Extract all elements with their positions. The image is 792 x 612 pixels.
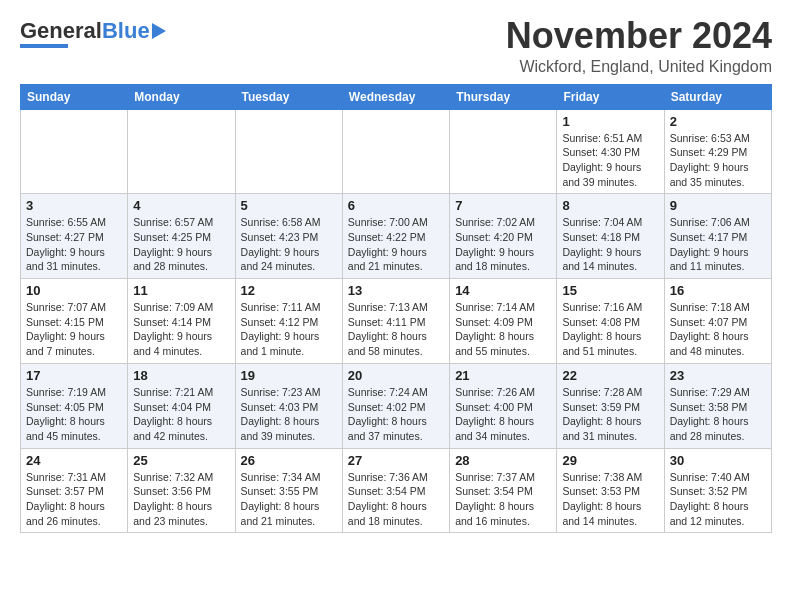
day-info: Sunrise: 6:55 AMSunset: 4:27 PMDaylight:… bbox=[26, 215, 122, 274]
day-number: 16 bbox=[670, 283, 766, 298]
logo-bar bbox=[20, 44, 68, 48]
calendar-cell: 5Sunrise: 6:58 AMSunset: 4:23 PMDaylight… bbox=[235, 194, 342, 279]
day-number: 3 bbox=[26, 198, 122, 213]
calendar-cell: 27Sunrise: 7:36 AMSunset: 3:54 PMDayligh… bbox=[342, 448, 449, 533]
calendar-cell: 10Sunrise: 7:07 AMSunset: 4:15 PMDayligh… bbox=[21, 279, 128, 364]
day-number: 9 bbox=[670, 198, 766, 213]
calendar-cell bbox=[128, 109, 235, 194]
day-number: 27 bbox=[348, 453, 444, 468]
day-info: Sunrise: 7:19 AMSunset: 4:05 PMDaylight:… bbox=[26, 385, 122, 444]
day-info: Sunrise: 7:40 AMSunset: 3:52 PMDaylight:… bbox=[670, 470, 766, 529]
calendar-week-row: 17Sunrise: 7:19 AMSunset: 4:05 PMDayligh… bbox=[21, 363, 772, 448]
calendar-cell bbox=[342, 109, 449, 194]
day-info: Sunrise: 6:57 AMSunset: 4:25 PMDaylight:… bbox=[133, 215, 229, 274]
weekday-header-friday: Friday bbox=[557, 84, 664, 109]
day-number: 10 bbox=[26, 283, 122, 298]
day-info: Sunrise: 7:06 AMSunset: 4:17 PMDaylight:… bbox=[670, 215, 766, 274]
logo-general: General bbox=[20, 18, 102, 43]
day-number: 13 bbox=[348, 283, 444, 298]
weekday-header-row: SundayMondayTuesdayWednesdayThursdayFrid… bbox=[21, 84, 772, 109]
day-number: 1 bbox=[562, 114, 658, 129]
day-number: 18 bbox=[133, 368, 229, 383]
header-area: GeneralBlue November 2024 Wickford, Engl… bbox=[20, 16, 772, 76]
calendar-cell: 7Sunrise: 7:02 AMSunset: 4:20 PMDaylight… bbox=[450, 194, 557, 279]
calendar-cell: 17Sunrise: 7:19 AMSunset: 4:05 PMDayligh… bbox=[21, 363, 128, 448]
location-title: Wickford, England, United Kingdom bbox=[506, 58, 772, 76]
calendar-cell bbox=[21, 109, 128, 194]
day-number: 17 bbox=[26, 368, 122, 383]
calendar-cell: 8Sunrise: 7:04 AMSunset: 4:18 PMDaylight… bbox=[557, 194, 664, 279]
logo-blue: Blue bbox=[102, 18, 150, 43]
calendar-cell: 18Sunrise: 7:21 AMSunset: 4:04 PMDayligh… bbox=[128, 363, 235, 448]
day-info: Sunrise: 7:21 AMSunset: 4:04 PMDaylight:… bbox=[133, 385, 229, 444]
day-number: 14 bbox=[455, 283, 551, 298]
day-number: 21 bbox=[455, 368, 551, 383]
day-number: 20 bbox=[348, 368, 444, 383]
day-number: 25 bbox=[133, 453, 229, 468]
day-number: 29 bbox=[562, 453, 658, 468]
day-info: Sunrise: 6:51 AMSunset: 4:30 PMDaylight:… bbox=[562, 131, 658, 190]
day-number: 7 bbox=[455, 198, 551, 213]
title-area: November 2024 Wickford, England, United … bbox=[506, 16, 772, 76]
calendar-cell: 19Sunrise: 7:23 AMSunset: 4:03 PMDayligh… bbox=[235, 363, 342, 448]
calendar-cell: 20Sunrise: 7:24 AMSunset: 4:02 PMDayligh… bbox=[342, 363, 449, 448]
weekday-header-saturday: Saturday bbox=[664, 84, 771, 109]
day-info: Sunrise: 7:32 AMSunset: 3:56 PMDaylight:… bbox=[133, 470, 229, 529]
day-number: 2 bbox=[670, 114, 766, 129]
calendar-cell: 21Sunrise: 7:26 AMSunset: 4:00 PMDayligh… bbox=[450, 363, 557, 448]
calendar-cell bbox=[450, 109, 557, 194]
day-number: 8 bbox=[562, 198, 658, 213]
day-info: Sunrise: 6:58 AMSunset: 4:23 PMDaylight:… bbox=[241, 215, 337, 274]
day-number: 15 bbox=[562, 283, 658, 298]
calendar-cell: 9Sunrise: 7:06 AMSunset: 4:17 PMDaylight… bbox=[664, 194, 771, 279]
day-info: Sunrise: 7:07 AMSunset: 4:15 PMDaylight:… bbox=[26, 300, 122, 359]
calendar-cell bbox=[235, 109, 342, 194]
day-number: 5 bbox=[241, 198, 337, 213]
logo: GeneralBlue bbox=[20, 20, 166, 48]
day-info: Sunrise: 7:36 AMSunset: 3:54 PMDaylight:… bbox=[348, 470, 444, 529]
calendar-cell: 26Sunrise: 7:34 AMSunset: 3:55 PMDayligh… bbox=[235, 448, 342, 533]
day-number: 22 bbox=[562, 368, 658, 383]
calendar-cell: 22Sunrise: 7:28 AMSunset: 3:59 PMDayligh… bbox=[557, 363, 664, 448]
weekday-header-sunday: Sunday bbox=[21, 84, 128, 109]
day-info: Sunrise: 7:38 AMSunset: 3:53 PMDaylight:… bbox=[562, 470, 658, 529]
month-title: November 2024 bbox=[506, 16, 772, 56]
calendar-cell: 29Sunrise: 7:38 AMSunset: 3:53 PMDayligh… bbox=[557, 448, 664, 533]
day-number: 6 bbox=[348, 198, 444, 213]
calendar-cell: 6Sunrise: 7:00 AMSunset: 4:22 PMDaylight… bbox=[342, 194, 449, 279]
calendar-cell: 3Sunrise: 6:55 AMSunset: 4:27 PMDaylight… bbox=[21, 194, 128, 279]
day-info: Sunrise: 7:31 AMSunset: 3:57 PMDaylight:… bbox=[26, 470, 122, 529]
calendar-cell: 25Sunrise: 7:32 AMSunset: 3:56 PMDayligh… bbox=[128, 448, 235, 533]
calendar-cell: 23Sunrise: 7:29 AMSunset: 3:58 PMDayligh… bbox=[664, 363, 771, 448]
weekday-header-thursday: Thursday bbox=[450, 84, 557, 109]
day-number: 19 bbox=[241, 368, 337, 383]
calendar-table: SundayMondayTuesdayWednesdayThursdayFrid… bbox=[20, 84, 772, 534]
day-number: 24 bbox=[26, 453, 122, 468]
calendar-cell: 16Sunrise: 7:18 AMSunset: 4:07 PMDayligh… bbox=[664, 279, 771, 364]
day-info: Sunrise: 7:02 AMSunset: 4:20 PMDaylight:… bbox=[455, 215, 551, 274]
calendar-cell: 15Sunrise: 7:16 AMSunset: 4:08 PMDayligh… bbox=[557, 279, 664, 364]
calendar-week-row: 3Sunrise: 6:55 AMSunset: 4:27 PMDaylight… bbox=[21, 194, 772, 279]
day-number: 26 bbox=[241, 453, 337, 468]
day-info: Sunrise: 7:11 AMSunset: 4:12 PMDaylight:… bbox=[241, 300, 337, 359]
day-number: 4 bbox=[133, 198, 229, 213]
day-number: 28 bbox=[455, 453, 551, 468]
day-info: Sunrise: 7:09 AMSunset: 4:14 PMDaylight:… bbox=[133, 300, 229, 359]
day-info: Sunrise: 7:37 AMSunset: 3:54 PMDaylight:… bbox=[455, 470, 551, 529]
day-info: Sunrise: 7:23 AMSunset: 4:03 PMDaylight:… bbox=[241, 385, 337, 444]
logo-arrow-icon bbox=[152, 23, 166, 39]
weekday-header-wednesday: Wednesday bbox=[342, 84, 449, 109]
day-info: Sunrise: 7:24 AMSunset: 4:02 PMDaylight:… bbox=[348, 385, 444, 444]
calendar-cell: 2Sunrise: 6:53 AMSunset: 4:29 PMDaylight… bbox=[664, 109, 771, 194]
calendar-cell: 4Sunrise: 6:57 AMSunset: 4:25 PMDaylight… bbox=[128, 194, 235, 279]
calendar-cell: 30Sunrise: 7:40 AMSunset: 3:52 PMDayligh… bbox=[664, 448, 771, 533]
day-number: 23 bbox=[670, 368, 766, 383]
calendar-cell: 12Sunrise: 7:11 AMSunset: 4:12 PMDayligh… bbox=[235, 279, 342, 364]
day-info: Sunrise: 7:13 AMSunset: 4:11 PMDaylight:… bbox=[348, 300, 444, 359]
day-info: Sunrise: 7:04 AMSunset: 4:18 PMDaylight:… bbox=[562, 215, 658, 274]
calendar-cell: 24Sunrise: 7:31 AMSunset: 3:57 PMDayligh… bbox=[21, 448, 128, 533]
day-info: Sunrise: 7:18 AMSunset: 4:07 PMDaylight:… bbox=[670, 300, 766, 359]
day-info: Sunrise: 7:16 AMSunset: 4:08 PMDaylight:… bbox=[562, 300, 658, 359]
day-number: 30 bbox=[670, 453, 766, 468]
calendar-week-row: 1Sunrise: 6:51 AMSunset: 4:30 PMDaylight… bbox=[21, 109, 772, 194]
